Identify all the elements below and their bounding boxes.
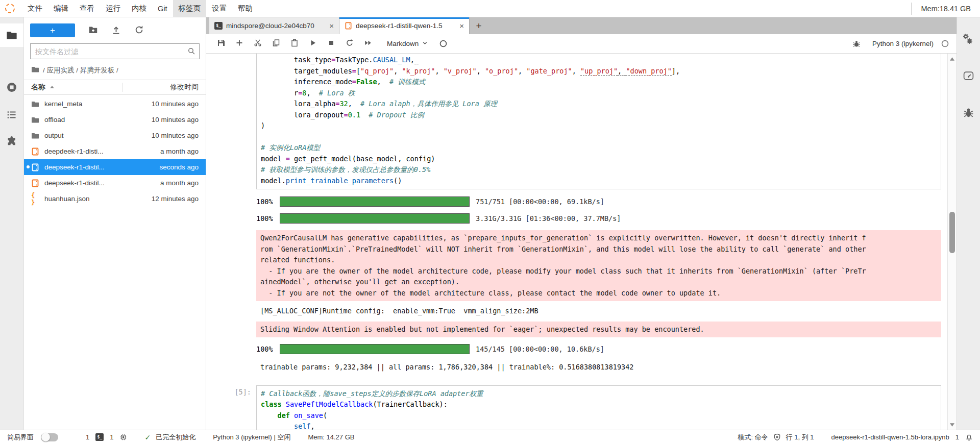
output-line: - If you are the owner of the model arch… [260,266,937,277]
activity-running-button[interactable] [0,76,23,99]
tab-deepseek-r1-distill-qwen-1.5[interactable]: deepseek-r1-distill-qwen-1.5× [339,17,470,34]
bell-icon[interactable] [965,433,973,441]
progress-bar-fill [280,214,469,223]
code-line: task_type=TaskType.CAUSAL_LM,_ [261,55,937,66]
new-folder-button[interactable] [88,25,98,36]
kernel-count[interactable]: 1 [109,433,114,441]
notebook-icon [345,22,352,30]
new-launcher-button[interactable]: + [30,23,75,37]
refresh-button[interactable] [134,25,144,36]
unsaved-dot-icon [27,165,30,168]
column-modified-header[interactable]: 修改时间 [122,83,199,92]
menu-文件[interactable]: 文件 [22,0,48,17]
menu-Git[interactable]: Git [152,0,173,17]
file-name: deepseek-r1-distil... [44,179,132,187]
run-all-button[interactable] [360,37,376,51]
file-row[interactable]: deepdeek-r1-disti...a month ago [24,143,206,159]
code-cell-callback: [5]: # Callback函数，随save_steps定义的步数保存LoRA… [209,385,945,430]
file-name: deepdeek-r1-disti... [44,147,132,155]
debugger-button[interactable] [963,107,974,121]
status-bar: 简易界面 1 $_ 1 ✓ 已完全初始化 Python 3 (ipykernel… [0,430,980,444]
scroll-down-icon[interactable] [948,421,957,429]
cut-button[interactable] [250,37,265,51]
shield-x-icon[interactable] [773,433,781,441]
tab-label: deepseek-r1-distill-qwen-1.5 [356,22,455,30]
copy-button[interactable] [268,37,284,51]
file-modified: 10 minutes ago [132,116,199,124]
chevron-down-icon [422,40,428,47]
breadcrumb-path[interactable]: / 应用实践 / 昇腾开发板 / [43,66,118,75]
stderr-output: Sliding Window Attention is enabled but … [256,322,941,338]
dashboard-button[interactable] [963,70,974,84]
menu-运行[interactable]: 运行 [100,0,126,17]
scroll-up-icon[interactable] [948,55,957,63]
file-filter-input[interactable] [30,43,200,59]
cursor-position[interactable]: 行 1, 列 1 [786,433,814,442]
tab-mindspore@cloud-2e04cb70[interactable]: $_mindspore@cloud-2e04cb70× [209,17,339,34]
menu-编辑[interactable]: 编辑 [48,0,74,17]
notification-count[interactable]: 1 [954,433,960,441]
file-row[interactable]: output10 minutes ago [24,128,206,143]
file-row[interactable]: offload10 minutes ago [24,112,206,128]
menu-帮助[interactable]: 帮助 [232,0,258,17]
tab-close-button[interactable]: × [458,21,465,30]
right-activity-bar [957,17,980,430]
notebook-scrollbar[interactable] [947,54,957,430]
paste-button[interactable] [287,37,302,51]
terminal-count[interactable]: 1 [85,433,90,441]
output-line: trainable params: 9,232,384 || all param… [260,362,937,373]
debugger-icon [963,107,974,121]
menu-内核[interactable]: 内核 [126,0,152,17]
simple-ui-toggle[interactable] [41,433,58,441]
stop-button[interactable] [324,37,339,51]
cell-type-dropdown[interactable]: Markdown [387,40,428,47]
settings-gears-button[interactable] [963,33,974,46]
application-window: 文件编辑查看运行内核Git标签页设置帮助 Mem:18.41 GB + / 应用… [0,0,980,444]
terminal-icon[interactable]: $_ [95,433,104,441]
extensions-icon [6,136,17,147]
stdout-output: [MS_ALLOC_CONF]Runtime config: enable_vm… [256,305,941,318]
column-name-header[interactable]: 名称 [31,83,122,92]
add-button[interactable] [232,37,247,51]
file-row[interactable]: deepseek-r1-distil...a month ago [24,175,206,191]
file-row[interactable]: kernel_meta10 minutes ago [24,96,206,112]
activity-folder-button[interactable] [0,23,23,47]
new-tab-button[interactable]: + [470,17,488,34]
kernel-name[interactable]: Python 3 (ipykernel) [872,40,934,47]
progress-percent: 100% [256,345,280,353]
run-icon [309,39,317,48]
output-line: - If you are not the owner of the model … [260,288,937,299]
menu-标签页[interactable]: 标签页 [173,0,207,17]
scrollbar-thumb[interactable] [949,212,955,253]
notebook-icon [31,147,40,156]
debugger-toggle-icon[interactable] [849,37,864,51]
add-icon [235,39,243,48]
output-line: [MS_ALLOC_CONF]Runtime config: enable_vm… [260,306,937,317]
save-button[interactable] [213,37,229,51]
breadcrumb[interactable]: / 应用实践 / 昇腾开发板 / [24,64,206,80]
activity-toc-button[interactable] [0,103,23,127]
mindspore-logo-icon[interactable] [4,2,16,14]
lsp-status[interactable]: 已完全初始化 [156,433,195,442]
code-line: target_modules=["q_proj", "k_proj", "v_p… [261,66,937,77]
upload-button[interactable] [111,25,121,36]
file-row[interactable]: { }huanhuan.json12 minutes ago [24,191,206,207]
code-line: model.print_trainable_parameters() [261,176,937,187]
tab-close-button[interactable]: × [328,21,335,30]
command-mode-indicator[interactable]: 模式: 命令 [738,433,768,442]
stop-icon [327,39,335,48]
code-editor[interactable]: # Callback函数，随save_steps定义的步数保存LoRA adap… [256,385,941,430]
notebook-icon [31,163,40,171]
run-button[interactable] [305,37,321,51]
restart-button[interactable] [342,37,357,51]
menu-设置[interactable]: 设置 [206,0,232,17]
kernel-chip-icon[interactable] [119,433,127,441]
current-filename: deepseek-r1-distill-qwen-1.5b-lora.ipynb [831,433,949,441]
menu-查看[interactable]: 查看 [74,0,100,17]
file-modified: a month ago [132,147,199,155]
code-editor[interactable]: task_type=TaskType.CAUSAL_LM,_ target_mo… [256,54,941,189]
file-row[interactable]: deepseek-r1-distil...seconds ago [24,159,206,175]
progress-percent: 100% [256,198,280,206]
activity-extensions-button[interactable] [0,130,23,153]
kernel-status-text[interactable]: Python 3 (ipykernel) | 空闲 [213,433,290,442]
